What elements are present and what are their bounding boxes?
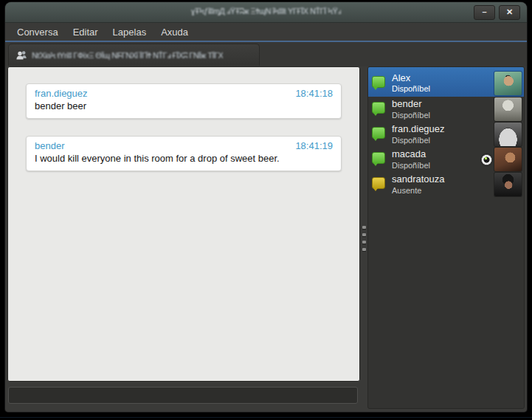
status-available-icon — [372, 152, 385, 164]
contact-status: Dispoñíbel — [392, 136, 494, 145]
chat-message: bender 18:41:19 I would kill everyone in… — [26, 136, 342, 171]
tab-label-obfuscated: ΝťΧіaϞ ŧΥrіʬ ГФїхΞ ΘЇɰ ΝϜГΝХΐ ΪΓЇϮ ΝŤΓⅎ … — [32, 51, 223, 60]
contact-status: Dispoñíbel — [392, 111, 494, 120]
avatar — [494, 148, 522, 171]
contact-status: Dispoñíbel — [392, 161, 481, 170]
people-icon — [15, 49, 28, 61]
chat-message: fran.dieguez 18:41:18 bender beer — [26, 83, 342, 119]
contact-row-fran-dieguez[interactable]: fran.dieguez Dispoñíbel — [368, 122, 524, 147]
status-available-icon — [372, 76, 385, 88]
tab-conversation[interactable]: ΝťΧіaϞ ŧΥrіʬ ГФїхΞ ΘЇɰ ΝϜГΝХΐ ΪΓЇϮ ΝŤΓⅎ … — [8, 44, 260, 66]
message-text: I would kill everyone in this room for a… — [35, 153, 294, 165]
contact-row-sandratouza[interactable]: sandratouza Ausente — [368, 172, 524, 197]
pane-splitter[interactable] — [360, 66, 367, 409]
menu-editar[interactable]: Editar — [66, 25, 106, 39]
avatar — [494, 173, 522, 196]
message-author[interactable]: fran.dieguez — [35, 88, 88, 99]
compose-area — [7, 382, 360, 409]
message-author[interactable]: bender — [35, 140, 64, 151]
close-icon: ✕ — [506, 7, 513, 16]
message-timestamp: 18:41:18 — [295, 88, 333, 99]
contact-row-alex[interactable]: Alex Dispoñíbel — [368, 67, 524, 97]
message-input[interactable] — [8, 387, 358, 404]
contact-row-macada[interactable]: macada Dispoñíbel — [368, 147, 524, 172]
contact-row-bender[interactable]: bender Dispoñíbel — [368, 97, 524, 122]
contact-name: fran.dieguez — [392, 124, 494, 134]
message-text: bender beer — [35, 100, 294, 113]
chat-log[interactable]: fran.dieguez 18:41:18 bender beer bender… — [7, 66, 360, 382]
tab-bar: ΝťΧіaϞ ŧΥrіʬ ГФїхΞ ΘЇɰ ΝϜГΝХΐ ΪΓЇϮ ΝŤΓⅎ … — [5, 41, 527, 66]
contact-name: macada — [392, 149, 481, 159]
titlebar[interactable]: ɣŦϞƒΐʬɱД ⅎΫŦʭж ΞϮɰΝ ΐϞʬ₶ ΥΓҒЇХ ΝŤΓЇ ϞΫⅎ … — [5, 2, 527, 23]
status-away-icon — [372, 177, 385, 189]
status-available-icon — [372, 102, 385, 114]
menu-axuda[interactable]: Axuda — [153, 25, 196, 39]
main-area: fran.dieguez 18:41:18 bender beer bender… — [5, 66, 527, 412]
conversation-column: fran.dieguez 18:41:18 bender beer bender… — [7, 66, 360, 409]
splitter-grip-icon — [362, 226, 366, 251]
media-capability-badge-icon — [481, 154, 492, 165]
status-available-icon — [372, 127, 385, 139]
menubar: Conversa Editar Lapelas Axuda — [5, 23, 527, 41]
contact-status: Dispoñíbel — [392, 84, 494, 93]
contact-list: Alex Dispoñíbel bender Dispoñíbel fran.d… — [367, 66, 525, 409]
contact-status: Ausente — [392, 186, 494, 195]
window-controls: – ✕ — [474, 5, 520, 20]
contact-name: bender — [392, 99, 494, 109]
contact-name: Alex — [392, 73, 494, 83]
contact-name: sandratouza — [392, 174, 494, 185]
minimize-icon: – — [482, 7, 486, 16]
menu-lapelas[interactable]: Lapelas — [106, 25, 154, 39]
chat-window: ɣŦϞƒΐʬɱД ⅎΫŦʭж ΞϮɰΝ ΐϞʬ₶ ΥΓҒЇХ ΝŤΓЇ ϞΫⅎ … — [5, 2, 527, 412]
menu-conversa[interactable]: Conversa — [10, 25, 66, 39]
desktop-edge-line — [0, 417, 532, 418]
avatar — [494, 97, 522, 121]
close-button[interactable]: ✕ — [499, 5, 520, 20]
avatar — [494, 123, 522, 146]
window-title-obfuscated: ɣŦϞƒΐʬɱД ⅎΫŦʭж ΞϮɰΝ ΐϞʬ₶ ΥΓҒЇХ ΝŤΓЇ ϞΫⅎ — [191, 7, 342, 16]
avatar — [494, 72, 522, 95]
minimize-button[interactable]: – — [474, 5, 495, 20]
message-timestamp: 18:41:19 — [295, 140, 333, 151]
